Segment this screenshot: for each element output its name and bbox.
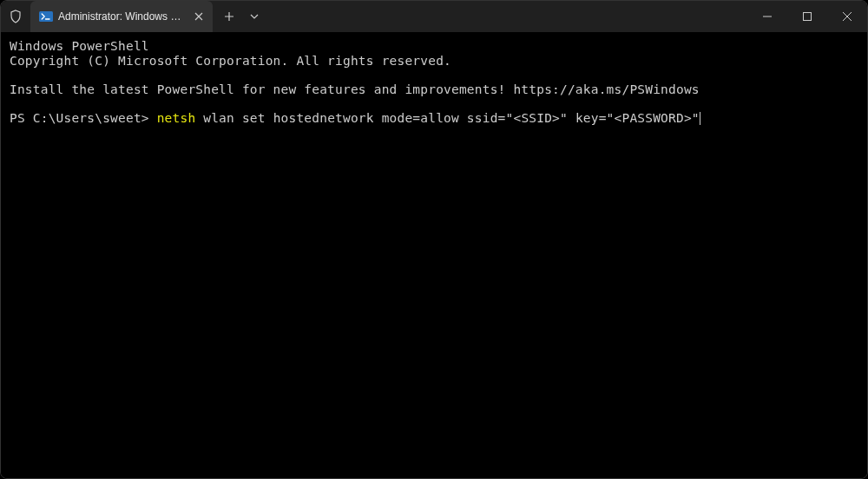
active-tab[interactable]: Administrator: Windows Powe bbox=[30, 1, 213, 32]
new-tab-button[interactable] bbox=[216, 1, 242, 32]
titlebar-left: Administrator: Windows Powe bbox=[1, 1, 266, 32]
titlebar: Administrator: Windows Powe bbox=[1, 1, 867, 32]
tab-close-button[interactable] bbox=[192, 10, 206, 23]
svg-rect-3 bbox=[804, 13, 812, 21]
prompt-text: PS C:\Users\sweet> bbox=[10, 111, 157, 125]
terminal-body[interactable]: Windows PowerShell Copyright (C) Microso… bbox=[1, 32, 867, 478]
terminal-copyright-line: Copyright (C) Microsoft Corporation. All… bbox=[10, 54, 858, 69]
tab-dropdown-button[interactable] bbox=[242, 1, 266, 32]
command-rest: wlan set hostednetwork mode=allow ssid="… bbox=[195, 111, 699, 125]
minimize-button[interactable] bbox=[747, 1, 787, 32]
terminal-blank-line bbox=[10, 97, 858, 112]
text-cursor bbox=[700, 112, 700, 125]
terminal-prompt-line: PS C:\Users\sweet> netsh wlan set hosted… bbox=[10, 111, 858, 126]
command-highlight: netsh bbox=[157, 111, 196, 125]
terminal-header-line: Windows PowerShell bbox=[10, 39, 858, 54]
admin-shield-icon bbox=[1, 1, 30, 32]
svg-rect-0 bbox=[39, 11, 53, 22]
terminal-blank-line bbox=[10, 68, 858, 82]
powershell-icon bbox=[39, 10, 53, 23]
tab-title: Administrator: Windows Powe bbox=[58, 10, 187, 23]
window-controls bbox=[747, 1, 867, 32]
maximize-button[interactable] bbox=[787, 1, 827, 32]
close-window-button[interactable] bbox=[827, 1, 867, 32]
terminal-install-msg-line: Install the latest PowerShell for new fe… bbox=[10, 82, 858, 97]
